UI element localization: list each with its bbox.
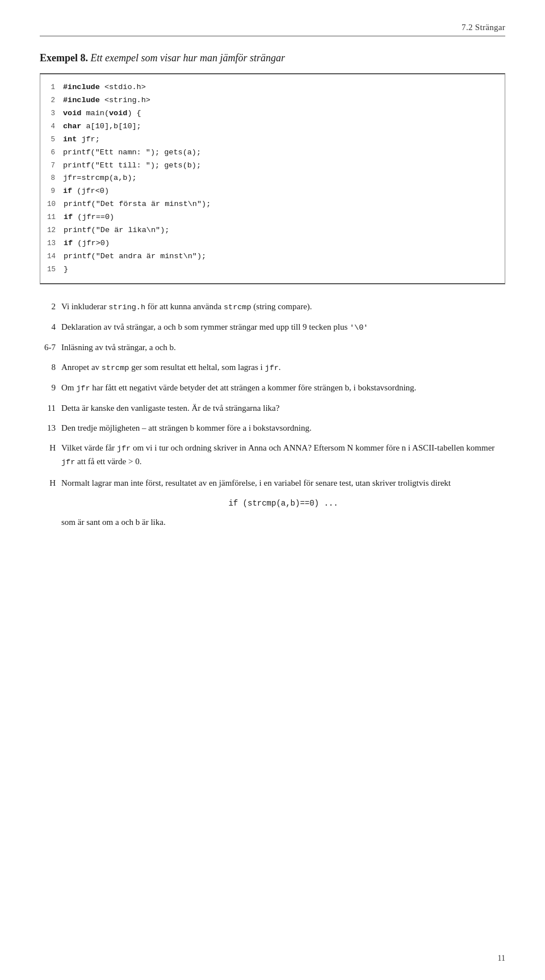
hint-item-1: HNormalt lagrar man inte först, resultat… [40,477,505,529]
hint-label: H [40,477,61,490]
line-code-text: void main(void) { [63,108,141,120]
line-number: 11 [47,212,64,223]
line-number: 6 [47,148,63,158]
line-number: 2 [47,95,63,106]
code-line: 2#include <string.h> [40,94,505,107]
list-item: 6-7Inläsning av två strängar, a och b. [40,341,505,354]
example-label: Exempel 8. [40,52,88,64]
item-text: Den tredje möjligheten – att strängen b … [61,422,505,435]
code-line: 5 int jfr; [40,133,505,146]
line-number: 7 [47,161,63,171]
line-code-text: printf("De är lika\n"); [64,225,169,237]
line-number: 14 [47,251,64,262]
hints-container: HVilket värde får jfr om vi i tur och or… [40,441,505,529]
after-text: som är sant om a och b är lika. [61,518,166,527]
hint-label: H [40,441,61,455]
hint-text: Vilket värde får jfr om vi i tur och ord… [61,441,505,469]
item-number: 6-7 [40,341,61,354]
code-line: 10 printf("Det första är minst\n"); [40,198,505,211]
item-number: 4 [40,321,61,334]
item-number: 9 [40,381,61,394]
code-line: 8 jfr=strcmp(a,b); [40,172,505,185]
page-number: 11 [498,954,505,962]
line-code-text: if (jfr==0) [64,212,114,224]
line-code-text: } [64,264,68,276]
line-code-text: printf("Det andra är minst\n"); [64,251,206,263]
example-title: Ett exempel som visar hur man jämför str… [88,52,285,64]
line-number: 15 [47,264,64,275]
line-number: 10 [47,199,64,210]
line-number: 1 [47,82,63,93]
line-code-text: printf("Det första är minst\n"); [64,199,211,211]
line-code-text: char a[10],b[10]; [63,121,141,133]
line-number: 12 [47,225,64,236]
code-line: 15} [40,263,505,276]
code-line: 7 printf("Ett till: "); gets(b); [40,159,505,173]
line-number: 8 [47,173,63,184]
code-line: 4 char a[10],b[10]; [40,120,505,133]
code-line: 1#include <stdio.h> [40,81,505,94]
line-code-text: jfr=strcmp(a,b); [63,173,137,184]
item-text: Vi inkluderar string.h för att kunna anv… [61,300,505,314]
item-text: Om jfr har fått ett negativt värde betyd… [61,381,505,395]
example-heading: Exempel 8. Ett exempel som visar hur man… [40,52,505,64]
chapter-title: 7.2 Strängar [462,23,505,32]
item-number: 8 [40,361,61,374]
line-number: 4 [47,121,63,132]
item-text: Inläsning av två strängar, a och b. [61,341,505,354]
item-number: 11 [40,402,61,415]
list-item: 4Deklaration av två strängar, a och b so… [40,321,505,334]
code-block: 1#include <stdio.h>2#include <string.h>3… [40,73,505,284]
list-item: 9Om jfr har fått ett negativt värde bety… [40,381,505,395]
item-text: Anropet av strcmp ger som resultat ett h… [61,361,505,375]
list-item: 13Den tredje möjligheten – att strängen … [40,422,505,435]
line-number: 9 [47,186,63,197]
page-container: 7.2 Strängar Exempel 8. Ett exempel som … [0,0,545,980]
hint-text: Normalt lagrar man inte först, resultate… [61,477,505,529]
code-line: 9 if (jfr<0) [40,185,505,198]
list-item: 2Vi inkluderar string.h för att kunna an… [40,300,505,314]
item-number: 2 [40,300,61,313]
item-text: Detta är kanske den vanligaste testen. Ä… [61,402,505,415]
code-line: 11 if (jfr==0) [40,211,505,224]
line-code-text: printf("Ett till: "); gets(b); [63,160,201,172]
item-number: 13 [40,422,61,435]
inline-code-block: if (strcmp(a,b)==0) ... [61,498,505,510]
line-code-text: if (jfr<0) [63,186,109,197]
hint-item-0: HVilket värde får jfr om vi i tur och or… [40,441,505,469]
page-header: 7.2 Strängar [40,23,505,36]
code-line: 6 printf("Ett namn: "); gets(a); [40,146,505,159]
list-item: 11Detta är kanske den vanligaste testen.… [40,402,505,415]
line-number: 13 [47,238,64,249]
code-line: 3void main(void) { [40,107,505,120]
code-line: 12 printf("De är lika\n"); [40,224,505,237]
item-text: Deklaration av två strängar, a och b som… [61,321,505,334]
line-code-text: #include <stdio.h> [63,82,146,94]
explanation-list: 2Vi inkluderar string.h för att kunna an… [40,300,505,435]
code-line: 14 printf("Det andra är minst\n"); [40,250,505,263]
page-footer: 11 [498,954,505,963]
line-code-text: int jfr; [63,134,100,146]
line-code-text: if (jfr>0) [64,238,110,250]
code-line: 13 if (jfr>0) [40,237,505,250]
line-code-text: printf("Ett namn: "); gets(a); [63,147,201,159]
line-number: 3 [47,108,63,119]
list-item: 8Anropet av strcmp ger som resultat ett … [40,361,505,375]
line-number: 5 [47,134,63,145]
line-code-text: #include <string.h> [63,95,150,107]
